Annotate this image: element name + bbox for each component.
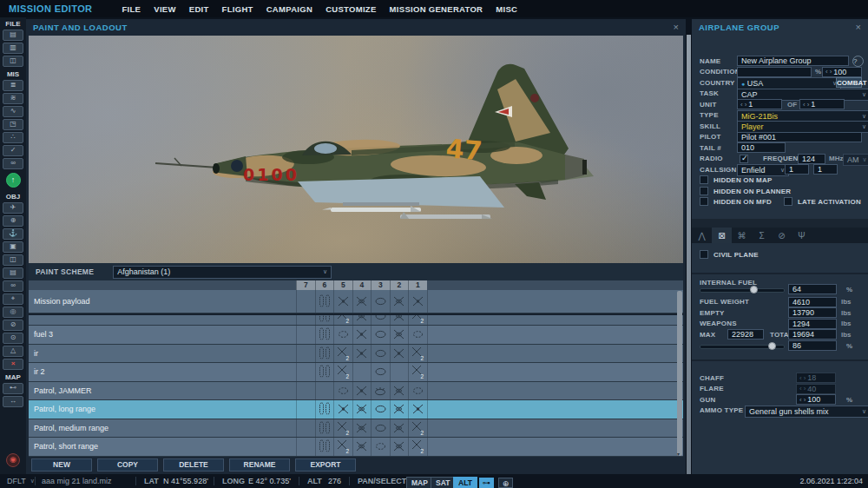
tab-summary[interactable]: Σ [752, 228, 772, 243]
menu-item-flight[interactable]: FLIGHT [222, 4, 253, 14]
late-activation-checkbox[interactable] [784, 197, 792, 206]
briefing-icon[interactable]: ≣ [3, 80, 23, 91]
measure-tool-icon[interactable]: ⊷ [3, 383, 23, 394]
fuel-weight-value[interactable]: 4610 [788, 297, 837, 307]
menu-item-campaign[interactable]: CAMPAIGN [266, 4, 312, 14]
hidden-on-map-checkbox[interactable] [700, 175, 708, 184]
total-pct-value[interactable]: 86 [788, 340, 837, 351]
payload-row[interactable]: 22 [29, 315, 683, 326]
civil-plane-checkbox[interactable] [700, 250, 708, 259]
combat-button[interactable]: COMBAT [836, 77, 862, 88]
menu-item-customize[interactable]: CUSTOMIZE [326, 4, 376, 14]
group-name-input[interactable]: New Airplane Group [737, 56, 849, 66]
snap-settings-icon[interactable]: ⊕ [498, 478, 513, 488]
sat-layer-button[interactable]: SAT [431, 477, 455, 488]
internal-fuel-value[interactable]: 64 [788, 284, 837, 294]
static-object-icon[interactable]: ◫ [3, 254, 23, 266]
payload-row-fuel-3[interactable]: fuel 3 [29, 326, 683, 345]
weapons-weight-value[interactable]: 1294 [788, 319, 837, 329]
callsign-number-2[interactable]: 1 [813, 164, 838, 175]
close-icon[interactable]: × [674, 23, 679, 31]
trigger-rules-icon[interactable]: ∞ [3, 158, 23, 169]
trigger-zone-icon[interactable]: ◎ [3, 307, 23, 318]
menu-item-mission-generator[interactable]: MISSION GENERATOR [390, 4, 483, 14]
tab-payload[interactable]: ⊠ [712, 228, 732, 243]
restricted-zone-icon[interactable]: ⊘ [3, 320, 23, 331]
ruler-tool-icon[interactable]: ⊶ [479, 478, 494, 488]
hidden-on-mfd-checkbox[interactable] [700, 197, 708, 206]
menu-item-misc[interactable]: MISC [496, 4, 517, 14]
draw-shapes-icon[interactable]: △ [3, 346, 23, 357]
copy-button[interactable]: COPY [97, 458, 158, 472]
delete-button[interactable]: DELETE [163, 458, 224, 472]
rename-button[interactable]: RENAME [229, 458, 290, 472]
radio-checkbox[interactable] [740, 155, 748, 163]
gun-stepper[interactable]: ‹›100 [796, 394, 836, 405]
hidden-on-planner-checkbox[interactable] [700, 187, 708, 195]
export-button[interactable]: EXPORT [295, 458, 356, 472]
mission-options-icon[interactable]: ◳ [3, 119, 23, 130]
menu-item-edit[interactable]: EDIT [189, 4, 209, 14]
tab-route[interactable]: ⋀ [692, 228, 712, 243]
condition-input[interactable] [737, 67, 812, 77]
ammo-type-dropdown[interactable]: General gun shells mix∨ [745, 406, 868, 418]
column-group-icon[interactable]: ∞ [3, 280, 23, 292]
unit-count-stepper[interactable]: ‹›1 [737, 99, 782, 109]
record-icon[interactable]: ◉ [6, 453, 20, 467]
helicopter-group-icon[interactable]: ⊕ [3, 215, 23, 227]
weather-icon[interactable]: ≋ [3, 93, 23, 104]
slider-knob[interactable] [750, 286, 758, 293]
open-mission-icon[interactable]: ▥ [3, 43, 23, 54]
delete-object-icon[interactable]: × [3, 359, 23, 370]
new-button[interactable]: NEW [31, 458, 92, 472]
panel-scrollbar[interactable] [687, 35, 691, 474]
payload-row-ir-2[interactable]: ir 222 [29, 363, 683, 382]
template-icon[interactable]: ▤ [3, 267, 23, 279]
map-layer-button[interactable]: MAP [406, 477, 433, 488]
slider-knob[interactable] [768, 342, 776, 350]
menu-item-view[interactable]: VIEW [154, 4, 175, 14]
distance-tool-icon[interactable]: ↔ [3, 396, 23, 407]
empty-weight-value[interactable]: 13790 [788, 307, 837, 318]
total-weight-value[interactable]: 19694 [788, 329, 837, 340]
tab-systems[interactable]: ⌘ [732, 228, 752, 243]
pilot-input[interactable]: Pilot #001 [737, 132, 862, 142]
waypoint-icon[interactable]: ⌖ [3, 293, 23, 305]
new-mission-icon[interactable]: ▤ [3, 30, 23, 41]
table-scrollbar[interactable] [677, 291, 682, 456]
tail-number-input[interactable]: 010 [737, 142, 786, 153]
airplane-group-icon[interactable]: ✈ [3, 202, 23, 214]
total-weight-slider[interactable] [700, 345, 785, 349]
save-mission-icon[interactable]: ◫ [3, 56, 23, 67]
route-tool-icon[interactable]: ∿ [3, 106, 23, 117]
weapon-x2-icon: 2 [408, 345, 427, 363]
condition-stepper[interactable]: ‹›100 [822, 67, 862, 77]
tab-radio[interactable]: Ψ [792, 228, 812, 243]
viewport-3d[interactable]: 0100 47 [29, 36, 683, 264]
callsign-number-1[interactable]: 1 [785, 164, 809, 175]
fly-mission-icon[interactable]: ↑ [6, 173, 21, 188]
max-weight-value[interactable]: 22928 [727, 329, 764, 340]
payload-row-mission-payload[interactable]: Mission payload [29, 290, 683, 313]
vehicle-group-icon[interactable]: ▣ [3, 241, 23, 253]
payload-row-patrol-medium-range[interactable]: Patrol, medium range22 [29, 419, 683, 439]
unit-zone-icon[interactable]: ⊙ [3, 333, 23, 344]
profile-dropdown[interactable]: DFLT ∨ [7, 474, 35, 488]
payload-row-patrol-jammer[interactable]: Patrol, JAMMER [29, 382, 683, 401]
payload-row-patrol-long-range[interactable]: Patrol, long range [29, 400, 683, 419]
alt-layer-button[interactable]: ALT [453, 477, 477, 488]
internal-fuel-slider[interactable] [700, 288, 785, 293]
paint-scheme-dropdown[interactable]: Afghanistan (1) ∨ [113, 266, 332, 279]
menu-item-file[interactable]: FILE [122, 4, 141, 14]
armament-icon[interactable]: ∴ [3, 132, 23, 143]
frequency-input[interactable]: 124 [798, 154, 825, 164]
goals-icon[interactable]: ✓ [3, 145, 23, 156]
help-icon[interactable]: ? [852, 56, 864, 67]
unit-total-stepper[interactable]: ‹›1 [799, 99, 845, 109]
ship-group-icon[interactable]: ⚓ [3, 228, 23, 240]
modulation-dropdown[interactable]: AM∨ [843, 154, 868, 166]
tab-failures[interactable]: ⊘ [772, 228, 792, 243]
payload-row-ir[interactable]: ir22 [29, 345, 683, 364]
payload-row-patrol-short-range[interactable]: Patrol, short range22 [29, 438, 683, 457]
close-icon[interactable]: × [856, 23, 861, 31]
